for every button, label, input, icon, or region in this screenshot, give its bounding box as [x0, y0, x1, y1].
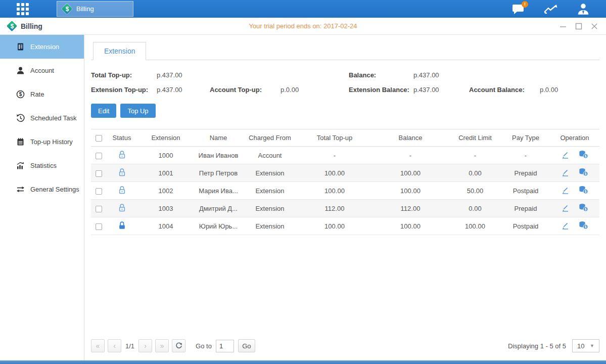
sidebar-item-topup-history[interactable]: Top-up History	[0, 130, 84, 154]
extension-cell: 1002	[137, 182, 194, 200]
user-icon[interactable]	[576, 2, 591, 16]
refresh-icon[interactable]	[172, 339, 185, 352]
main-panel: Extension Total Top-up: p.437.00 Balance…	[84, 35, 606, 360]
name-cell: Петр Петров	[194, 164, 243, 182]
topup-coins-icon[interactable]: $	[579, 168, 588, 178]
balance-cell: 100.00	[372, 182, 449, 200]
balance-summary: Total Top-up: p.437.00 Balance: p.437.00…	[91, 71, 599, 94]
extension-balance-value: p.437.00	[413, 86, 469, 94]
extension-cell: 1001	[137, 164, 194, 182]
col-extension[interactable]: Extension	[137, 129, 194, 147]
sidebar-item-general-settings[interactable]: General Settings	[0, 177, 84, 201]
page-indicator: 1/1	[125, 342, 134, 350]
col-pay-type[interactable]: Pay Type	[501, 129, 550, 147]
col-name[interactable]: Name	[194, 129, 243, 147]
total-topup-cell: 100.00	[297, 217, 372, 235]
edit-pencil-icon[interactable]	[561, 221, 570, 231]
balance-cell: 100.00	[372, 164, 449, 182]
displaying-status: Displaying 1 - 5 of 5	[508, 342, 566, 350]
edit-pencil-icon[interactable]	[561, 203, 570, 213]
charged-from-cell: Extension	[243, 182, 297, 200]
row-checkbox[interactable]	[96, 188, 102, 195]
total-topup-cell: 112.00	[297, 200, 372, 217]
balance-value: p.437.00	[413, 71, 469, 79]
table-header-row: Status Extension Name Charged From Total…	[91, 129, 599, 147]
taskbar-tab-billing[interactable]: $ Billing	[57, 1, 133, 17]
topup-coins-icon[interactable]: $	[579, 150, 588, 160]
window-titlebar: $ Billing Your trial period ends on: 201…	[0, 18, 606, 35]
col-balance[interactable]: Balance	[372, 129, 449, 147]
credit-limit-cell: -	[449, 147, 501, 164]
sidebar-item-statistics[interactable]: Statistics	[0, 154, 84, 177]
col-total-topup[interactable]: Total Top-up	[297, 129, 372, 147]
edit-button[interactable]: Edit	[91, 104, 116, 118]
credit-limit-cell: 50.00	[449, 182, 501, 200]
svg-text:$: $	[19, 92, 22, 97]
prev-page-button[interactable]: ‹	[108, 339, 121, 352]
maximize-icon[interactable]	[575, 23, 582, 30]
col-status[interactable]: Status	[106, 129, 137, 147]
col-charged-from[interactable]: Charged From	[243, 129, 297, 147]
pagination-bar: « ‹ 1/1 › » Go to Go Displaying 1 - 5 of…	[91, 334, 599, 357]
minimize-icon[interactable]	[559, 23, 567, 30]
row-checkbox[interactable]	[96, 223, 102, 230]
charged-from-cell: Extension	[243, 217, 297, 235]
name-cell: Мария Ива...	[194, 182, 243, 200]
table-row: 1004 Юрий Юрь... Extension 100.00 100.00…	[91, 217, 599, 235]
row-checkbox[interactable]	[96, 206, 102, 212]
sidebar-item-label: Rate	[30, 90, 44, 98]
reports-chart-icon[interactable]	[543, 2, 558, 16]
status-icon-slot	[118, 171, 126, 178]
sidebar-item-account[interactable]: Account	[0, 59, 84, 82]
edit-pencil-icon[interactable]	[561, 168, 570, 178]
page-size-select[interactable]: 10 ▼	[572, 339, 599, 352]
extension-cell: 1004	[137, 217, 194, 235]
extension-topup-value: p.437.00	[157, 86, 210, 94]
edit-pencil-icon[interactable]	[561, 150, 570, 160]
edit-pencil-icon[interactable]	[561, 186, 570, 196]
account-topup-label: Account Top-up:	[210, 86, 281, 94]
total-topup-cell: 100.00	[297, 164, 372, 182]
topup-coins-icon[interactable]: $	[579, 203, 588, 213]
credit-limit-cell: 0.00	[449, 200, 501, 217]
go-button[interactable]: Go	[238, 339, 255, 352]
next-page-button[interactable]: ›	[138, 339, 152, 352]
row-checkbox[interactable]	[96, 153, 102, 159]
lock-closed-icon	[118, 221, 126, 230]
close-icon[interactable]	[590, 23, 598, 30]
extension-balance-label: Extension Balance:	[349, 86, 413, 94]
topup-coins-icon[interactable]: $	[579, 186, 588, 196]
row-checkbox[interactable]	[96, 170, 102, 177]
sidebar-item-scheduled-task[interactable]: Scheduled Task	[0, 106, 84, 130]
billing-app-icon: $	[62, 4, 72, 14]
pay-type-cell: -	[501, 147, 550, 164]
lock-open-icon	[118, 150, 126, 159]
extensions-table: Status Extension Name Charged From Total…	[91, 129, 599, 235]
last-page-button[interactable]: »	[155, 339, 169, 352]
sidebar-item-label: General Settings	[30, 186, 79, 193]
table-row: 1001 Петр Петров Extension 100.00 100.00…	[91, 164, 599, 182]
page-size-value: 10	[573, 342, 590, 350]
sidebar-item-rate[interactable]: $ Rate	[0, 82, 84, 106]
messages-icon[interactable]: !	[511, 2, 526, 16]
window-title: Billing	[21, 22, 42, 30]
lock-open-icon	[118, 186, 126, 195]
sidebar-item-extension[interactable]: Extension	[0, 35, 84, 59]
tab-extension[interactable]: Extension	[93, 42, 146, 60]
app-grid-icon[interactable]	[17, 3, 29, 15]
person-icon	[16, 66, 25, 75]
first-page-button[interactable]: «	[91, 339, 105, 352]
select-all-checkbox[interactable]	[96, 135, 102, 142]
sidebar-item-label: Statistics	[30, 162, 57, 169]
extension-cell: 1003	[137, 200, 194, 217]
pay-type-cell: Prepaid	[501, 164, 550, 182]
total-topup-cell: 100.00	[297, 182, 372, 200]
window-billing-icon: $	[7, 21, 17, 31]
status-icon-slot	[118, 224, 126, 232]
topup-coins-icon[interactable]: $	[579, 221, 588, 231]
goto-page-input[interactable]	[216, 340, 234, 352]
top-app-bar: $ Billing !	[0, 0, 606, 18]
notebook-icon	[16, 138, 25, 146]
topup-button[interactable]: Top Up	[120, 104, 155, 118]
col-credit-limit[interactable]: Credit Limit	[449, 129, 501, 147]
